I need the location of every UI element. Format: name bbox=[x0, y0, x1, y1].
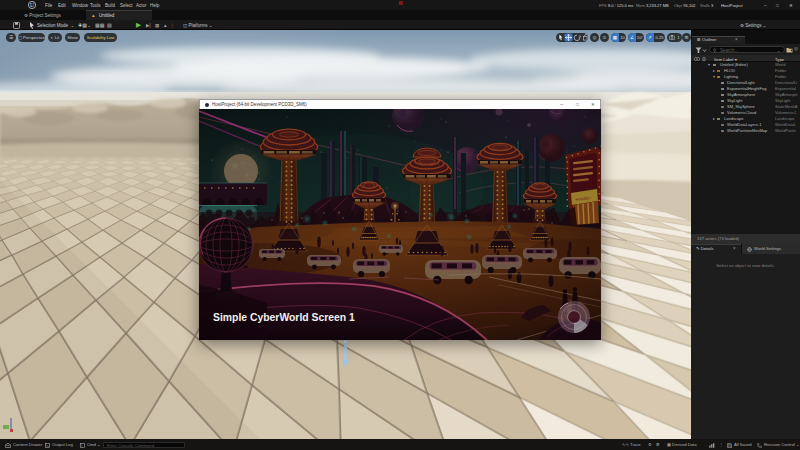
svg-text:U: U bbox=[30, 2, 34, 8]
svg-text:Simple CyberWorld Screen 1: Simple CyberWorld Screen 1 bbox=[213, 312, 355, 323]
